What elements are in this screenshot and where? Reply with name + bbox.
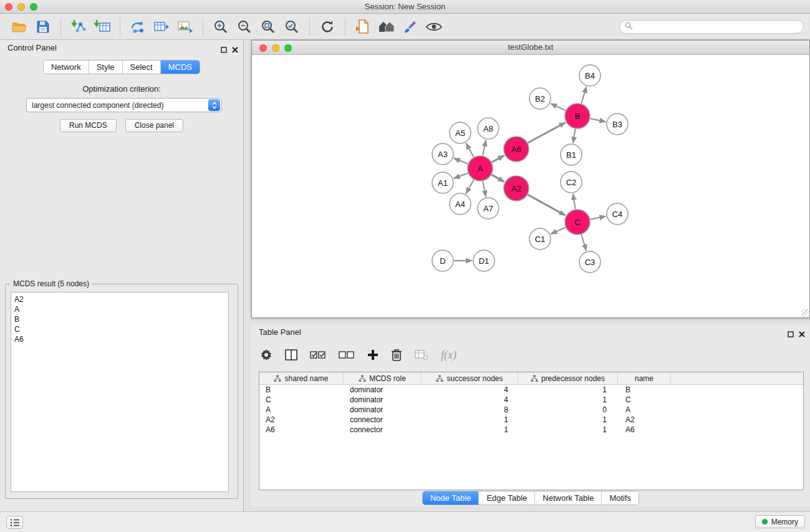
tab-motifs[interactable]: Motifs xyxy=(602,491,639,505)
graph-node-A7[interactable]: A7 xyxy=(478,198,499,219)
export-network-icon[interactable] xyxy=(126,17,150,37)
close-table-panel-icon[interactable] xyxy=(799,329,805,340)
graph-edge-A-A2[interactable] xyxy=(491,175,504,181)
home-view-icon[interactable] xyxy=(375,17,398,37)
column-header-name[interactable]: name xyxy=(618,372,671,384)
add-column-icon[interactable] xyxy=(367,349,378,360)
network-window-titlebar[interactable]: testGlobe.txt xyxy=(252,41,809,55)
tab-network-table[interactable]: Network Table xyxy=(535,491,602,505)
graph-node-A2[interactable]: A2 xyxy=(504,176,529,201)
export-table-icon[interactable] xyxy=(150,17,173,37)
graph-edge-C-C4[interactable] xyxy=(591,216,606,220)
graph-node-A1[interactable]: A1 xyxy=(432,172,453,193)
close-panel-icon[interactable] xyxy=(232,44,238,56)
graph-node-A6[interactable]: A6 xyxy=(504,137,529,162)
graph-edge-A-A4[interactable] xyxy=(466,180,473,193)
graph-edge-A6-B[interactable] xyxy=(528,122,565,143)
export-image-icon[interactable] xyxy=(173,17,197,37)
graph-node-A3[interactable]: A3 xyxy=(432,143,453,165)
open-document-icon[interactable] xyxy=(351,17,375,37)
table-row[interactable]: Bdominator41B xyxy=(259,385,803,395)
tab-style[interactable]: Style xyxy=(89,60,123,74)
graph-node-B[interactable]: B xyxy=(565,104,590,128)
open-session-icon[interactable] xyxy=(7,17,31,37)
graph-edge-B-B4[interactable] xyxy=(581,87,586,104)
network-canvas[interactable]: B4B2BB3A5A8A6B1A3AC2A1A2A4A7C4CC1C3DD1 xyxy=(252,55,809,317)
graph-node-A[interactable]: A xyxy=(468,156,493,181)
tab-mcds[interactable]: MCDS xyxy=(161,60,200,74)
zoom-in-icon[interactable] xyxy=(209,17,233,37)
select-all-icon[interactable] xyxy=(310,349,326,360)
graph-node-C2[interactable]: C2 xyxy=(561,172,582,193)
delete-column-icon[interactable] xyxy=(391,349,402,361)
float-table-panel-icon[interactable] xyxy=(788,329,794,340)
column-header-predecessor-nodes[interactable]: predecessor nodes xyxy=(518,372,618,384)
minimize-window-button[interactable] xyxy=(17,3,25,11)
graph-edge-C-C1[interactable] xyxy=(551,228,566,235)
zoom-window-button[interactable] xyxy=(30,3,37,11)
search-field[interactable] xyxy=(619,20,804,34)
style-brush-icon[interactable] xyxy=(398,17,422,37)
graph-node-C3[interactable]: C3 xyxy=(579,251,600,273)
column-header-successor-nodes[interactable]: successor nodes xyxy=(422,372,518,384)
graph-node-B2[interactable]: B2 xyxy=(529,88,551,109)
graph-edge-A-A7[interactable] xyxy=(483,181,486,197)
zoom-fit-icon[interactable] xyxy=(256,17,280,37)
tab-select[interactable]: Select xyxy=(123,60,161,74)
graph-edge-A-A6[interactable] xyxy=(492,155,504,162)
show-hide-eye-icon[interactable] xyxy=(422,17,446,37)
graph-node-D[interactable]: D xyxy=(432,250,453,271)
resize-grip[interactable] xyxy=(801,309,809,317)
close-window-button[interactable] xyxy=(5,3,12,11)
table-row[interactable]: A2connector11A2 xyxy=(259,415,803,425)
criterion-dropdown[interactable]: largest connected component (directed) xyxy=(26,98,222,112)
network-minimize-button[interactable] xyxy=(272,44,279,52)
function-builder-icon[interactable]: f(x) xyxy=(441,349,456,362)
graph-node-C1[interactable]: C1 xyxy=(529,228,551,249)
graph-edge-A-A1[interactable] xyxy=(454,173,468,179)
column-header-mcds-role[interactable]: MCDS role xyxy=(344,372,422,384)
graph-edge-A-A5[interactable] xyxy=(466,143,473,157)
graph-node-A8[interactable]: A8 xyxy=(478,118,499,139)
zoom-out-icon[interactable] xyxy=(233,17,256,37)
graph-node-B1[interactable]: B1 xyxy=(561,144,582,165)
graph-node-C4[interactable]: C4 xyxy=(607,203,628,225)
graph-node-B3[interactable]: B3 xyxy=(607,114,628,135)
show-panels-button[interactable] xyxy=(6,516,23,529)
tab-node-table[interactable]: Node Table xyxy=(423,491,480,505)
graph-edge-C-C2[interactable] xyxy=(573,194,576,209)
import-network-icon[interactable] xyxy=(67,17,90,37)
graph-node-B4[interactable]: B4 xyxy=(579,65,600,86)
graph-node-C[interactable]: C xyxy=(565,210,590,235)
network-close-button[interactable] xyxy=(259,44,267,52)
table-settings-gear-icon[interactable] xyxy=(260,349,272,361)
table-row[interactable]: Cdominator41C xyxy=(259,395,803,405)
graph-edge-A-A8[interactable] xyxy=(483,140,486,156)
refresh-layout-icon[interactable] xyxy=(316,17,339,37)
table-row[interactable]: A6connector11A6 xyxy=(259,425,803,435)
deselect-all-icon[interactable] xyxy=(339,349,355,360)
zoom-selected-icon[interactable] xyxy=(280,17,304,37)
graph-edge-C-C3[interactable] xyxy=(581,235,586,251)
table-row[interactable]: Adominator80A xyxy=(259,405,803,415)
graph-edge-B-B1[interactable] xyxy=(573,129,576,143)
memory-button[interactable]: Memory xyxy=(755,515,805,528)
graph-edge-A-A3[interactable] xyxy=(454,158,468,164)
show-columns-icon[interactable] xyxy=(285,349,297,361)
search-input[interactable] xyxy=(636,22,798,32)
tab-edge-table[interactable]: Edge Table xyxy=(479,491,535,505)
import-table-icon[interactable] xyxy=(90,17,114,37)
close-panel-button[interactable]: Close panel xyxy=(125,119,183,132)
network-zoom-button[interactable] xyxy=(284,44,292,52)
column-header-shared-name[interactable]: shared name xyxy=(259,372,344,384)
graph-edge-B-B3[interactable] xyxy=(591,118,606,122)
float-panel-icon[interactable] xyxy=(221,44,227,56)
delete-table-icon[interactable] xyxy=(415,349,428,360)
graph-node-A4[interactable]: A4 xyxy=(450,193,471,215)
run-mcds-button[interactable]: Run MCDS xyxy=(60,119,117,132)
graph-edge-A2-C[interactable] xyxy=(528,195,565,215)
save-session-icon[interactable] xyxy=(31,17,55,37)
network-graph[interactable]: B4B2BB3A5A8A6B1A3AC2A1A2A4A7C4CC1C3DD1 xyxy=(252,55,809,317)
tab-network[interactable]: Network xyxy=(44,60,89,74)
graph-node-D1[interactable]: D1 xyxy=(473,250,494,271)
